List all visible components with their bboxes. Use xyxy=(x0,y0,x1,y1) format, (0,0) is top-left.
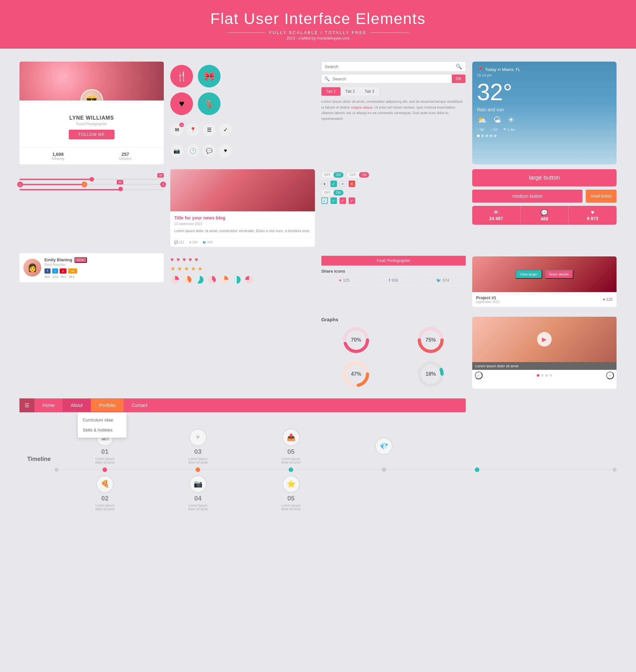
weather-dot-2[interactable] xyxy=(481,135,484,137)
weather-dot-4[interactable] xyxy=(490,135,492,137)
chat-icon[interactable]: 💬 xyxy=(203,144,216,157)
svg-text:75%: 75% xyxy=(425,337,436,343)
hamburger-menu-icon[interactable]: ☰ xyxy=(19,399,34,412)
toggle-on-3: ON xyxy=(333,190,343,196)
search-input-1[interactable] xyxy=(325,64,456,69)
dropdown-item-2[interactable]: Skills & hobbies xyxy=(78,425,126,435)
profile-card: 😎 LYNE WILLIAMS Food Photographer FOLLOW… xyxy=(19,62,164,164)
check-icon-teal[interactable]: ✓ xyxy=(331,181,337,187)
heart-nav-icon[interactable]: ♥ xyxy=(219,144,232,157)
hearts-row: ♥ ♥ ♥ ♥ ♥ xyxy=(170,257,315,263)
pinterest-btn[interactable]: p xyxy=(60,268,66,273)
nav-about[interactable]: About xyxy=(63,399,91,412)
slider-thumb-1[interactable] xyxy=(90,177,94,182)
project-footer: Project #1 september 2012 ♥ 125 xyxy=(472,292,617,307)
timeline-item-07: 💎 xyxy=(338,437,431,455)
people-follow-button[interactable]: follow xyxy=(74,257,87,263)
toggle-2[interactable]: OFF ON xyxy=(347,172,370,178)
people-counts: 26 k 12 k 35 k 68 k xyxy=(44,275,160,279)
view-larger-button[interactable]: View larger xyxy=(515,270,542,279)
multi-track[interactable]: 1 2 3 xyxy=(19,184,164,185)
bow-icon-circle[interactable]: 🎀 xyxy=(198,65,221,87)
range-thumb[interactable] xyxy=(118,187,123,191)
search-input-2[interactable] xyxy=(330,75,452,83)
star-1[interactable]: ★ xyxy=(170,265,176,272)
heart-4[interactable]: ♥ xyxy=(188,257,192,263)
timeline-line-5 xyxy=(430,469,475,470)
timeline-item-05-bot: ⭐ 05 Lorem Ipsumdolor sit amet xyxy=(244,475,338,511)
video-dot-2[interactable] xyxy=(541,374,543,377)
twitter-btn[interactable]: t xyxy=(52,268,58,273)
timeline-seg-1 xyxy=(58,467,152,472)
heart-3[interactable]: ♥ xyxy=(183,257,186,263)
camera-icon[interactable]: 📷 xyxy=(170,144,183,157)
small-button[interactable]: small button xyxy=(586,190,617,203)
medium-button[interactable]: medium button xyxy=(472,190,583,203)
multi-thumb-2[interactable]: 2 xyxy=(81,182,87,187)
multi-thumb-1[interactable]: 1 xyxy=(17,182,23,187)
x-icon[interactable]: ✕ xyxy=(349,181,355,187)
slider-track-1[interactable] xyxy=(19,179,164,180)
menu-icon[interactable]: ☰ xyxy=(203,123,216,136)
nav-home[interactable]: Home xyxy=(34,399,63,412)
star-5[interactable]: ★ xyxy=(198,265,203,272)
mini-pie-4 xyxy=(207,275,217,285)
check-pink-1[interactable]: ✓ xyxy=(340,198,346,204)
project-image: View larger More details xyxy=(472,257,617,292)
share-fb-item[interactable]: f 956 xyxy=(370,275,416,286)
nav-contact[interactable]: Contact xyxy=(123,399,155,412)
clock-icon[interactable]: 🕐 xyxy=(186,144,199,157)
search-box-2[interactable]: 🔍 OK xyxy=(321,74,466,83)
range-track[interactable]: 40 xyxy=(19,189,164,190)
deer-icon-circle[interactable]: 🦌 xyxy=(198,93,221,115)
mail-icon[interactable]: ✉ 5 xyxy=(170,123,183,136)
heart-2[interactable]: ♥ xyxy=(176,257,180,263)
star-3[interactable]: ★ xyxy=(184,265,189,272)
nav-portfolio[interactable]: Portfolio xyxy=(91,399,123,412)
rss-btn[interactable]: rss xyxy=(68,268,77,273)
heart-1[interactable]: ♥ xyxy=(170,257,174,263)
video-card: ▶ Lorem ipsum dolor sit amet ‹ › xyxy=(472,317,617,389)
video-dot-1[interactable] xyxy=(537,374,539,377)
toggle-3[interactable]: OFF ON xyxy=(321,190,344,196)
play-button[interactable]: ▶ xyxy=(537,332,552,347)
weather-dot-1[interactable] xyxy=(477,135,480,137)
tab-3[interactable]: Tab 3 xyxy=(360,87,379,96)
fork-knife-icon-circle[interactable]: 🍴 xyxy=(170,65,193,87)
timeline-dot-5 xyxy=(475,467,479,472)
location-icon[interactable]: 📍 xyxy=(186,123,199,136)
check-pink-2[interactable]: ✓ xyxy=(349,198,355,204)
minus-icon[interactable]: − xyxy=(340,181,346,187)
weather-dot-3[interactable] xyxy=(485,135,488,137)
search-ok-button[interactable]: OK xyxy=(452,75,465,83)
more-details-button[interactable]: More details xyxy=(545,270,573,279)
dropdown-item-1[interactable]: Curriculum vitae xyxy=(78,415,126,425)
facebook-btn[interactable]: f xyxy=(44,268,51,273)
heart-5[interactable]: ♥ xyxy=(195,257,198,263)
heart-icon-circle[interactable]: ♥ xyxy=(170,93,193,115)
search-box-1[interactable]: 🔍 xyxy=(321,62,466,72)
check-teal-1[interactable]: ✓ xyxy=(321,198,328,204)
follow-button[interactable]: FOLLOW ME xyxy=(69,130,115,139)
timeline-label-04: Lorem Ipsumdolor sit amet xyxy=(188,504,207,511)
share-tw-item[interactable]: 🐦 674 xyxy=(420,275,466,286)
timeline-seg-6 xyxy=(523,468,617,472)
tab-1[interactable]: Tab 1 xyxy=(321,87,340,96)
video-next-button[interactable]: › xyxy=(606,371,614,379)
check-icon[interactable]: ✓ xyxy=(219,123,232,136)
multi-thumb-3[interactable]: 3 xyxy=(160,182,166,187)
video-dot-4[interactable] xyxy=(550,374,552,377)
video-prev-button[interactable]: ‹ xyxy=(475,371,483,379)
share-heart-item[interactable]: ♥ 125 xyxy=(321,275,367,286)
check-teal-2[interactable]: ✓ xyxy=(331,198,337,204)
weather-dot-5[interactable] xyxy=(494,135,497,137)
video-dot-3[interactable] xyxy=(545,374,548,377)
facebook-share-icon: f xyxy=(389,278,390,283)
plus-icon[interactable]: + xyxy=(321,181,328,187)
timeline-line-5b xyxy=(479,469,523,470)
toggle-1[interactable]: OFF ON xyxy=(321,172,344,178)
large-button[interactable]: large button xyxy=(472,169,617,186)
star-4[interactable]: ★ xyxy=(191,265,196,272)
tab-2[interactable]: Tab 2 xyxy=(340,87,360,96)
star-2[interactable]: ★ xyxy=(177,265,182,272)
